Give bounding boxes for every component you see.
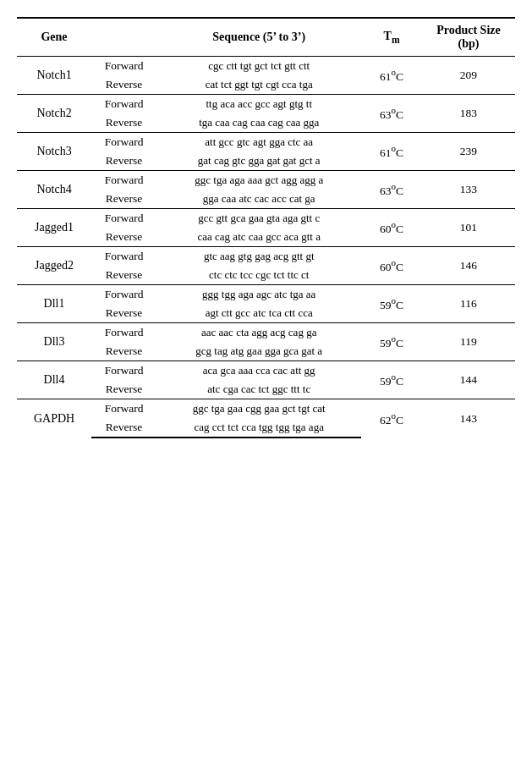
main-table-container: Gene Sequence (5’ to 3’) Tm Product Size… [17, 17, 515, 438]
gene-name-cell: GAPDH [17, 399, 91, 438]
product-size: 101 [422, 209, 515, 247]
product-size: 183 [422, 95, 515, 133]
forward-sequence: gtc aag gtg gag acg gtt gt [156, 247, 361, 267]
product-size: 119 [422, 323, 515, 361]
product-size: 146 [422, 247, 515, 285]
tm-value: 63oC [361, 95, 422, 133]
gene-name-cell: Jagged1 [17, 209, 91, 247]
direction-reverse: Reverse [91, 113, 156, 133]
direction-reverse: Reverse [91, 380, 156, 399]
direction-forward: Forward [91, 209, 156, 228]
direction-reverse: Reverse [91, 342, 156, 361]
tm-value: 60oC [361, 209, 422, 247]
forward-sequence: att gcc gtc agt gga ctc aa [156, 133, 361, 152]
product-size: 209 [422, 57, 515, 95]
direction-reverse: Reverse [91, 418, 156, 438]
direction-reverse: Reverse [91, 190, 156, 209]
tm-value: 60oC [361, 247, 422, 285]
table-row: Notch2Forwardttg aca acc gcc agt gtg tt6… [17, 95, 515, 114]
forward-sequence: gcc gtt gca gaa gta aga gtt c [156, 209, 361, 228]
forward-sequence: ggc tga aga aaa gct agg agg a [156, 171, 361, 190]
product-size: 144 [422, 361, 515, 399]
tm-value: 62oC [361, 399, 422, 438]
direction-forward: Forward [91, 399, 156, 419]
direction-reverse: Reverse [91, 75, 156, 95]
table-row: Notch3Forwardatt gcc gtc agt gga ctc aa6… [17, 133, 515, 152]
primer-table: Gene Sequence (5’ to 3’) Tm Product Size… [17, 17, 515, 438]
table-row: Dll3Forwardaac aac cta agg acg cag ga59o… [17, 323, 515, 343]
forward-sequence: aac aac cta agg acg cag ga [156, 323, 361, 343]
direction-forward: Forward [91, 361, 156, 381]
tm-value: 59oC [361, 323, 422, 361]
reverse-sequence: cag cct tct cca tgg tgg tga aga [156, 418, 361, 438]
reverse-sequence: atc cga cac tct ggc ttt tc [156, 380, 361, 399]
table-row: Jagged2Forwardgtc aag gtg gag acg gtt gt… [17, 247, 515, 267]
reverse-sequence: ctc ctc tcc cgc tct ttc ct [156, 266, 361, 285]
forward-sequence: cgc ctt tgt gct tct gtt ctt [156, 57, 361, 76]
gene-name-cell: Dll1 [17, 285, 91, 323]
product-size: 239 [422, 133, 515, 171]
tm-value: 59oC [361, 285, 422, 323]
gene-name-cell: Notch1 [17, 57, 91, 95]
table-row: Dll1Forwardggg tgg aga agc atc tga aa59o… [17, 285, 515, 305]
direction-forward: Forward [91, 171, 156, 190]
reverse-sequence: gat cag gtc gga gat gat gct a [156, 151, 361, 171]
tm-value: 63oC [361, 171, 422, 209]
table-row: Notch4Forwardggc tga aga aaa gct agg agg… [17, 171, 515, 190]
gene-name-cell: Dll3 [17, 323, 91, 361]
direction-forward: Forward [91, 95, 156, 114]
direction-forward: Forward [91, 247, 156, 267]
header-direction [91, 18, 156, 57]
gene-name-cell: Notch4 [17, 171, 91, 209]
table-row: Jagged1Forwardgcc gtt gca gaa gta aga gt… [17, 209, 515, 228]
tm-subscript: m [392, 34, 400, 45]
forward-sequence: ggc tga gaa cgg gaa gct tgt cat [156, 399, 361, 419]
header-gene: Gene [17, 18, 91, 57]
table-row: GAPDHForwardggc tga gaa cgg gaa gct tgt … [17, 399, 515, 419]
direction-forward: Forward [91, 323, 156, 343]
forward-sequence: ggg tgg aga agc atc tga aa [156, 285, 361, 305]
gene-name-cell: Dll4 [17, 361, 91, 399]
direction-reverse: Reverse [91, 304, 156, 323]
reverse-sequence: cat tct ggt tgt cgt cca tga [156, 75, 361, 95]
direction-forward: Forward [91, 133, 156, 152]
reverse-sequence: gga caa atc cac acc cat ga [156, 190, 361, 209]
direction-reverse: Reverse [91, 151, 156, 171]
product-size: 133 [422, 171, 515, 209]
gene-name-cell: Notch3 [17, 133, 91, 171]
header-size: Product Size (bp) [422, 18, 515, 57]
tm-value: 59oC [361, 361, 422, 399]
gene-name-cell: Jagged2 [17, 247, 91, 285]
table-row: Dll4Forwardaca gca aaa cca cac att gg59o… [17, 361, 515, 381]
gene-name-cell: Notch2 [17, 95, 91, 133]
tm-value: 61oC [361, 133, 422, 171]
direction-reverse: Reverse [91, 228, 156, 247]
direction-forward: Forward [91, 285, 156, 305]
reverse-sequence: agt ctt gcc atc tca ctt cca [156, 304, 361, 323]
direction-reverse: Reverse [91, 266, 156, 285]
header-tm: Tm [361, 18, 422, 57]
table-row: Notch1Forwardcgc ctt tgt gct tct gtt ctt… [17, 57, 515, 76]
reverse-sequence: caa cag atc caa gcc aca gtt a [156, 228, 361, 247]
tm-value: 61oC [361, 57, 422, 95]
reverse-sequence: gcg tag atg gaa gga gca gat a [156, 342, 361, 361]
product-size: 143 [422, 399, 515, 438]
forward-sequence: ttg aca acc gcc agt gtg tt [156, 95, 361, 114]
header-sequence: Sequence (5’ to 3’) [156, 18, 361, 57]
forward-sequence: aca gca aaa cca cac att gg [156, 361, 361, 381]
product-size: 116 [422, 285, 515, 323]
direction-forward: Forward [91, 57, 156, 76]
reverse-sequence: tga caa cag caa cag caa gga [156, 113, 361, 133]
